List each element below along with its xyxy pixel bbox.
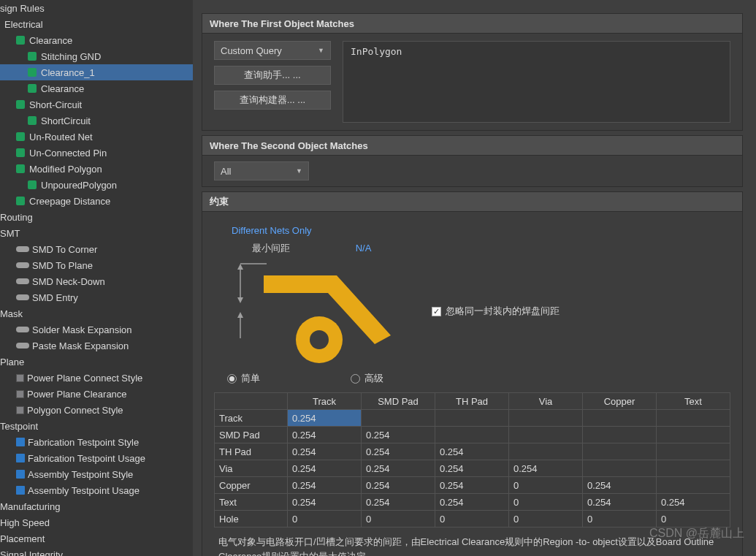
matrix-cell[interactable]: 0.254 [435, 443, 509, 460]
matrix-cell[interactable] [657, 460, 730, 477]
rules-tree-sidebar[interactable]: sign RulesElectricalClearanceStitching G… [0, 0, 193, 556]
matrix-cell[interactable]: 0 [362, 511, 435, 528]
tree-item-clearance[interactable]: Clearance [0, 32, 193, 48]
matrix-cell[interactable]: 0.254 [435, 460, 509, 477]
tree-item-power-plane-clearance[interactable]: Power Plane Clearance [0, 386, 193, 402]
tree-item-shortcircuit[interactable]: ShortCircuit [0, 113, 193, 129]
tree-item-fabrication-testpoint-usage[interactable]: Fabrication Testpoint Usage [0, 450, 193, 466]
matrix-cell[interactable] [435, 427, 509, 443]
matrix-cell[interactable] [583, 427, 657, 443]
tree-item-smd-to-plane[interactable]: SMD To Plane [0, 257, 193, 273]
tree-item-testpoint[interactable]: Testpoint [0, 418, 193, 434]
matrix-cell[interactable] [509, 427, 583, 443]
tree-item-power-plane-connect-style[interactable]: Power Plane Connect Style [0, 370, 193, 386]
tree-item-un-routed-net[interactable]: Un-Routed Net [0, 129, 193, 145]
query-textarea[interactable]: InPolygon [343, 41, 730, 123]
tree-item-unpouredpolygon[interactable]: UnpouredPolygon [0, 177, 193, 193]
matrix-cell[interactable]: 0.254 [435, 477, 509, 494]
matrix-col-copper: Copper [583, 393, 657, 410]
different-nets-link[interactable]: Different Nets Only [232, 225, 730, 236]
tree-item-mask[interactable]: Mask [0, 305, 193, 321]
query-builder-button[interactable]: 查询构建器... ... [214, 91, 331, 110]
mode-advanced-radio[interactable]: 高级 [351, 372, 383, 385]
matrix-cell[interactable] [583, 410, 657, 427]
matrix-cell[interactable]: 0.254 [362, 494, 435, 511]
matrix-cell[interactable]: 0.254 [288, 410, 362, 427]
matrix-cell[interactable]: 0.254 [362, 443, 435, 460]
tree-root[interactable]: sign Rules [0, 0, 193, 16]
tree-item-modified-polygon[interactable]: Modified Polygon [0, 161, 193, 177]
tree-item-placement[interactable]: Placement [0, 530, 193, 547]
matrix-cell[interactable]: 0.254 [288, 477, 362, 494]
matrix-cell[interactable]: 0 [288, 511, 362, 528]
tree-item-smd-to-corner[interactable]: SMD To Corner [0, 241, 193, 257]
tree-item-creepage-distance[interactable]: Creepage Distance [0, 193, 193, 209]
matrix-cell[interactable]: 0.254 [657, 494, 730, 511]
matrix-cell[interactable]: 0 [435, 511, 509, 528]
tree-item-electrical[interactable]: Electrical [0, 16, 193, 32]
matrix-cell[interactable]: 0 [509, 477, 583, 494]
tree-item-assembly-testpoint-style[interactable]: Assembly Testpoint Style [0, 466, 193, 482]
tree-item-manufacturing[interactable]: Manufacturing [0, 498, 193, 514]
ignore-same-footprint-checkbox[interactable]: 忽略同一封装内的焊盘间距 [432, 305, 560, 318]
tree-item-clearance-1[interactable]: Clearance_1 [0, 64, 193, 80]
table-row[interactable]: Copper0.2540.2540.25400.254 [215, 477, 730, 494]
tree-item-paste-mask-expansion[interactable]: Paste Mask Expansion [0, 338, 193, 354]
table-row[interactable]: Text0.2540.2540.25400.2540.254 [215, 494, 730, 511]
matrix-cell[interactable] [583, 443, 657, 460]
table-row[interactable]: Hole000000 [215, 511, 730, 528]
tree-item-polygon-connect-style[interactable]: Polygon Connect Style [0, 402, 193, 418]
matrix-cell[interactable]: 0 [509, 494, 583, 511]
matrix-cell[interactable]: 0.254 [288, 460, 362, 477]
matrix-cell[interactable]: 0.254 [435, 494, 509, 511]
tree-item-un-connected-pin[interactable]: Un-Connected Pin [0, 145, 193, 161]
first-match-scope-dropdown[interactable]: Custom Query [214, 41, 331, 60]
matrix-cell[interactable] [583, 460, 657, 477]
table-row[interactable]: Via0.2540.2540.2540.254 [215, 460, 730, 477]
second-match-scope-dropdown[interactable]: All [214, 161, 309, 180]
matrix-cell[interactable]: 0.254 [362, 460, 435, 477]
matrix-cell[interactable] [509, 410, 583, 427]
matrix-cell[interactable] [657, 410, 730, 427]
table-row[interactable]: SMD Pad0.2540.254 [215, 427, 730, 443]
tree-item-stitching-gnd[interactable]: Stitching GND [0, 48, 193, 64]
table-row[interactable]: TH Pad0.2540.2540.254 [215, 443, 730, 460]
tree-item-plane[interactable]: Plane [0, 354, 193, 370]
matrix-cell[interactable]: 0.254 [362, 427, 435, 443]
tree-item-label: SMD To Corner [32, 244, 97, 255]
tree-item-smt[interactable]: SMT [0, 225, 193, 241]
matrix-cell[interactable]: 0.254 [288, 494, 362, 511]
tree-item-fabrication-testpoint-style[interactable]: Fabrication Testpoint Style [0, 434, 193, 450]
matrix-cell[interactable]: 0.254 [288, 427, 362, 443]
matrix-cell[interactable] [362, 410, 435, 427]
matrix-cell[interactable]: 0.254 [583, 494, 657, 511]
table-row[interactable]: Track0.254 [215, 410, 730, 427]
tree-item-smd-entry[interactable]: SMD Entry [0, 289, 193, 305]
clearance-matrix-table[interactable]: TrackSMD PadTH PadViaCopperTextTrack0.25… [214, 392, 730, 528]
tree-item-label: Electrical [4, 19, 43, 30]
matrix-row-text: Text [215, 494, 288, 511]
tree-item-clearance[interactable]: Clearance [0, 80, 193, 96]
matrix-cell[interactable]: 0.254 [362, 477, 435, 494]
matrix-cell[interactable]: 0.254 [509, 460, 583, 477]
rule-icon [28, 52, 37, 61]
tree-item-high-speed[interactable]: High Speed [0, 514, 193, 530]
tree-item-solder-mask-expansion[interactable]: Solder Mask Expansion [0, 321, 193, 338]
query-helper-button[interactable]: 查询助手... ... [214, 66, 331, 85]
matrix-cell[interactable]: 0 [509, 511, 583, 528]
matrix-cell[interactable] [435, 410, 509, 427]
matrix-cell[interactable] [657, 427, 730, 443]
tree-item-short-circuit[interactable]: Short-Circuit [0, 96, 193, 113]
matrix-cell[interactable] [509, 443, 583, 460]
matrix-cell[interactable] [657, 443, 730, 460]
tree-item-assembly-testpoint-usage[interactable]: Assembly Testpoint Usage [0, 482, 193, 498]
matrix-cell[interactable]: 0.254 [583, 477, 657, 494]
matrix-cell[interactable]: 0 [583, 511, 657, 528]
matrix-cell[interactable]: 0 [657, 511, 730, 528]
matrix-cell[interactable]: 0.254 [288, 443, 362, 460]
tree-item-smd-neck-down[interactable]: SMD Neck-Down [0, 273, 193, 289]
tree-item-routing[interactable]: Routing [0, 209, 193, 225]
mode-simple-radio[interactable]: 简单 [227, 372, 260, 385]
tree-item-signal-integrity[interactable]: Signal Integrity [0, 547, 193, 556]
matrix-cell[interactable] [657, 477, 730, 494]
